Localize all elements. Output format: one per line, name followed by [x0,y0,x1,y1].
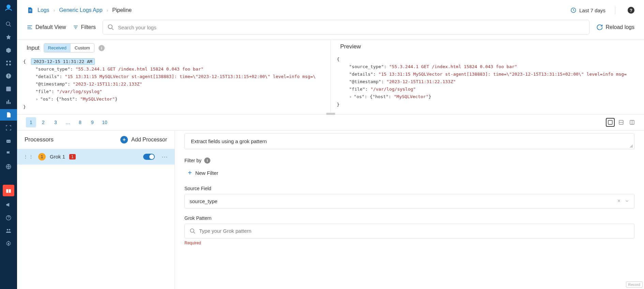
nav-rocket-icon[interactable] [0,31,17,43]
page-9[interactable]: 9 [87,117,98,127]
drag-handle-icon[interactable]: ⋮⋮ [23,154,34,159]
textarea-resize-handle[interactable] [629,144,633,148]
plus-circle-icon: + [120,136,128,143]
processor-toggle[interactable] [143,154,155,160]
nav-globe-icon[interactable] [0,161,17,172]
help-button[interactable]: ? [628,7,634,14]
nav-inbox-icon[interactable] [0,44,17,56]
time-range-picker[interactable]: Last 7 days [570,7,605,13]
source-field-label: Source Field [184,186,634,191]
pager: 1 2 3 … 8 9 10 [17,115,644,131]
nav-apps-icon[interactable] [0,57,17,69]
svg-point-21 [7,229,9,231]
crumb-logs[interactable]: Logs [38,7,49,13]
breadcrumb-bar: Logs › Generic Logs App › Pipeline Last … [17,3,644,18]
svg-rect-7 [8,75,9,77]
processors-title: Processors [25,136,54,143]
nav-bot-icon[interactable] [0,135,17,147]
search-input[interactable] [103,20,589,35]
browser-bookmarks-bar [17,0,644,3]
clock-icon [570,7,576,13]
svg-rect-9 [6,87,11,91]
page-2[interactable]: 2 [38,117,48,127]
grok-pattern-label: Grok Pattern [184,215,634,221]
svg-point-33 [108,25,113,29]
filter-icon [73,25,78,30]
svg-point-37 [190,229,194,232]
expand-os-preview[interactable] [349,94,354,99]
record-button[interactable]: Record [626,282,643,288]
preview-json[interactable]: { "source_type": "55.3.244.1 GET /index.… [331,54,644,112]
input-title: Input [27,45,40,51]
svg-rect-13 [6,140,11,143]
svg-rect-30 [74,26,78,26]
time-range-label: Last 7 days [579,7,605,13]
nav-gift-icon[interactable] [3,185,14,196]
nav-scan-icon[interactable] [0,122,17,134]
processor-name: Grok 1 [50,154,65,159]
svg-rect-32 [75,28,76,29]
page-10[interactable]: 10 [100,117,110,127]
processors-panel: Processors + Add Processor ⋮⋮ 1 Grok 1 1… [17,131,175,289]
page-icon [27,7,33,14]
nav-settings-icon[interactable] [0,238,17,249]
svg-rect-19 [8,189,9,193]
tab-custom[interactable]: Custom [71,44,94,52]
filter-by-label: Filter by [184,158,201,163]
plus-icon: + [188,169,192,177]
crumb-app[interactable]: Generic Logs App [59,7,102,13]
info-icon[interactable]: i [204,157,210,164]
nav-chart-icon[interactable] [0,96,17,108]
svg-point-22 [9,229,11,231]
processor-config-panel: Extract fields using a grok pattern Filt… [175,131,644,289]
description-textarea[interactable]: Extract fields using a grok pattern [184,133,634,149]
processor-item-grok[interactable]: ⋮⋮ 1 Grok 1 1 ⋯ [17,149,175,165]
default-view-button[interactable]: Default View [27,24,66,30]
svg-rect-10 [6,102,8,104]
nav-logs-icon[interactable] [0,109,17,121]
nav-help-icon[interactable] [0,212,17,224]
logo-icon[interactable] [3,3,14,14]
svg-point-15 [9,141,10,141]
nav-alert-icon[interactable] [0,70,17,82]
page-1[interactable]: 1 [26,117,36,127]
sidebar-nav [0,0,17,289]
input-json[interactable]: { 2023-12-15 11:31:22 AM "source_type": … [17,56,330,114]
layout-split-v-icon[interactable] [628,118,636,127]
nav-dashboard-icon[interactable] [0,83,17,95]
nav-announce-icon[interactable] [0,199,17,211]
svg-rect-2 [6,61,8,62]
preview-panel: Preview { "source_type": "55.3.244.1 GET… [331,40,644,114]
new-filter-button[interactable]: + New Filter [184,167,634,179]
timestamp-chip[interactable]: 2023-12-15 11:31:22 AM [31,58,94,65]
page-dots: … [63,117,73,127]
expand-os[interactable] [35,96,40,102]
nav-flag-icon[interactable] [0,148,17,159]
svg-rect-27 [27,26,32,26]
add-processor-button[interactable]: + Add Processor [120,136,167,143]
search-icon [107,24,114,31]
layout-split-h-icon[interactable] [617,118,626,127]
grok-pattern-input[interactable] [199,228,629,234]
svg-rect-8 [8,77,9,78]
layout-single-icon[interactable] [606,118,615,127]
error-badge: 1 [69,154,76,159]
page-8[interactable]: 8 [75,117,85,127]
crumb-sep: › [54,7,55,13]
svg-rect-4 [6,64,8,65]
reload-button[interactable]: Reload logs [596,24,635,31]
info-icon[interactable]: i [99,45,105,51]
svg-rect-31 [74,27,77,27]
more-menu-icon[interactable]: ⋯ [162,153,168,161]
page-3[interactable]: 3 [50,117,61,127]
source-field-select[interactable]: source_type × [184,194,634,209]
svg-rect-3 [9,61,11,62]
filters-button[interactable]: Filters [73,24,96,30]
search-icon [190,228,196,234]
clear-icon[interactable]: × [617,198,620,204]
nav-search-icon[interactable] [0,18,17,30]
svg-rect-12 [10,102,11,104]
nav-team-icon[interactable] [0,225,17,237]
toolbar: Default View Filters Reload logs [17,18,644,40]
tab-received[interactable]: Received [44,44,71,52]
